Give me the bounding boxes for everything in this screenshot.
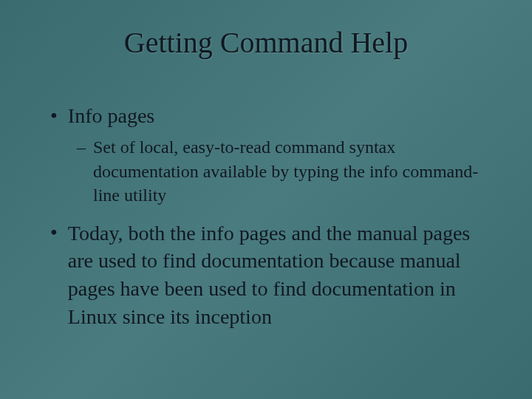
slide-content: • Info pages – Set of local, easy-to-rea…	[37, 103, 495, 331]
bullet-text: Today, both the info pages and the manua…	[68, 219, 495, 331]
bullet-item: • Today, both the info pages and the man…	[50, 219, 495, 331]
sub-bullet-item: – Set of local, easy-to-read command syn…	[77, 135, 495, 207]
bullet-marker: •	[50, 103, 58, 129]
bullet-text: Info pages	[68, 103, 154, 129]
bullet-marker: •	[50, 219, 58, 246]
sub-bullet-text: Set of local, easy-to-read command synta…	[93, 135, 492, 207]
bullet-item: • Info pages	[50, 103, 495, 129]
sub-bullet-marker: –	[77, 135, 86, 159]
slide-title: Getting Command Help	[37, 25, 495, 60]
